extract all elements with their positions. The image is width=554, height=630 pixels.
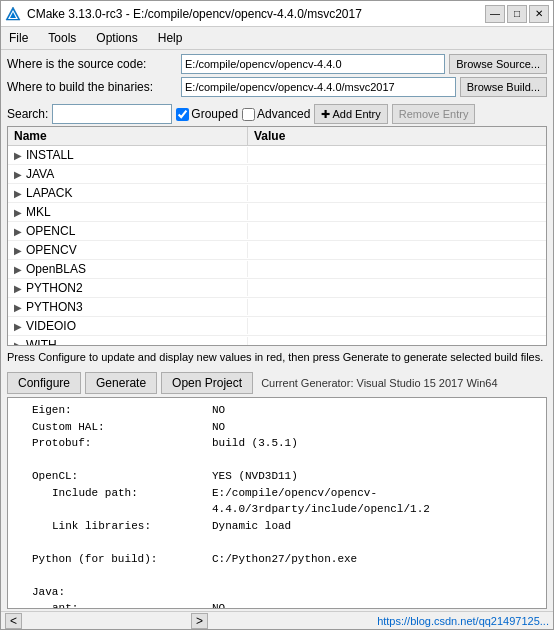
menu-help[interactable]: Help [154,29,187,47]
log-spacer [12,567,212,584]
expand-icon[interactable]: ▶ [14,283,22,294]
scroll-left-button[interactable]: < [5,613,22,629]
log-spacer [12,452,212,469]
configure-button[interactable]: Configure [7,372,81,394]
row-name: ▶ MKL [8,204,248,220]
minimize-button[interactable]: — [485,5,505,23]
grouped-label: Grouped [191,107,238,121]
expand-icon[interactable]: ▶ [14,207,22,218]
advanced-checkbox-label[interactable]: Advanced [242,107,310,121]
grouped-checkbox-label[interactable]: Grouped [176,107,238,121]
table-row[interactable]: ▶ PYTHON3 [8,298,546,317]
log-line: Java: [12,584,212,601]
menu-file[interactable]: File [5,29,32,47]
status-text: Press Configure to update and display ne… [7,351,543,363]
table-row[interactable]: ▶ OPENCV [8,241,546,260]
row-name: ▶ OpenBLAS [8,261,248,277]
browse-source-button[interactable]: Browse Source... [449,54,547,74]
blog-link[interactable]: https://blog.csdn.net/qq21497125... [377,615,549,627]
table-row[interactable]: ▶ MKL [8,203,546,222]
maximize-button[interactable]: □ [507,5,527,23]
cmake-table: Name Value ▶ INSTALL ▶ JAVA ▶ LAPACK [7,126,547,346]
expand-icon[interactable]: ▶ [14,264,22,275]
scroll-right-button[interactable]: > [191,613,208,629]
open-project-button[interactable]: Open Project [161,372,253,394]
row-name: ▶ OPENCV [8,242,248,258]
log-line: Custom HAL: [12,419,212,436]
menubar: File Tools Options Help [1,27,553,50]
form-area: Where is the source code: Browse Source.… [1,50,553,101]
log-line: Include path: [12,485,212,518]
cmake-icon [5,6,21,22]
generate-button[interactable]: Generate [85,372,157,394]
log-line: build (3.5.1) [212,435,542,452]
row-name: ▶ PYTHON3 [8,299,248,315]
row-value [248,192,546,194]
source-input[interactable] [181,54,445,74]
log-line: ant: [12,600,212,609]
grouped-checkbox[interactable] [176,108,189,121]
menu-options[interactable]: Options [92,29,141,47]
log-line: NO [212,402,542,419]
generator-label: Current Generator: Visual Studio 15 2017… [261,377,497,389]
value-column-header: Value [248,127,546,145]
table-row[interactable]: ▶ PYTHON2 [8,279,546,298]
table-row[interactable]: ▶ JAVA [8,165,546,184]
plus-icon: ✚ [321,108,330,121]
remove-entry-button[interactable]: Remove Entry [392,104,476,124]
log-line: YES (NVD3D11) [212,468,542,485]
log-line: NO [212,600,542,609]
row-value [248,173,546,175]
table-row[interactable]: ▶ OpenBLAS [8,260,546,279]
row-name: ▶ OPENCL [8,223,248,239]
close-button[interactable]: ✕ [529,5,549,23]
window-controls: — □ ✕ [485,5,549,23]
row-value [248,287,546,289]
table-row[interactable]: ▶ INSTALL [8,146,546,165]
log-line: E:/compile/opencv/opencv-4.4.0/3rdparty/… [212,485,542,518]
expand-icon[interactable]: ▶ [14,150,22,161]
row-name: ▶ JAVA [8,166,248,182]
row-name: ▶ INSTALL [8,147,248,163]
row-value [248,211,546,213]
advanced-label: Advanced [257,107,310,121]
table-row[interactable]: ▶ VIDEOIO [8,317,546,336]
expand-icon[interactable]: ▶ [14,169,22,180]
add-entry-label: Add Entry [332,108,380,120]
row-value [248,306,546,308]
table-header: Name Value [8,127,546,146]
advanced-checkbox[interactable] [242,108,255,121]
browse-build-button[interactable]: Browse Build... [460,77,547,97]
row-value [248,268,546,270]
log-area: Eigen: NO Custom HAL: NO Protobuf: build… [7,397,547,609]
search-row: Search: Grouped Advanced ✚ Add Entry Rem… [1,101,553,126]
table-row[interactable]: ▶ WITH [8,336,546,346]
expand-icon[interactable]: ▶ [14,321,22,332]
titlebar: CMake 3.13.0-rc3 - E:/compile/opencv/ope… [1,1,553,27]
table-row[interactable]: ▶ OPENCL [8,222,546,241]
source-label: Where is the source code: [7,57,177,71]
log-line [212,584,542,601]
main-window: CMake 3.13.0-rc3 - E:/compile/opencv/ope… [0,0,554,630]
expand-icon[interactable]: ▶ [14,188,22,199]
log-line: Dynamic load [212,518,542,535]
expand-icon[interactable]: ▶ [14,245,22,256]
row-value [248,154,546,156]
row-name: ▶ WITH [8,337,248,346]
bottom-bar: < > https://blog.csdn.net/qq21497125... [1,611,553,629]
expand-icon[interactable]: ▶ [14,302,22,313]
log-line: Protobuf: [12,435,212,452]
table-row[interactable]: ▶ LAPACK [8,184,546,203]
search-input[interactable] [52,104,172,124]
name-column-header: Name [8,127,248,145]
expand-icon[interactable]: ▶ [14,226,22,237]
binaries-input[interactable] [181,77,456,97]
add-entry-button[interactable]: ✚ Add Entry [314,104,387,124]
source-row: Where is the source code: Browse Source.… [7,54,547,74]
menu-tools[interactable]: Tools [44,29,80,47]
row-value [248,230,546,232]
row-name: ▶ PYTHON2 [8,280,248,296]
binaries-row: Where to build the binaries: Browse Buil… [7,77,547,97]
log-line: OpenCL: [12,468,212,485]
log-line: C:/Python27/python.exe [212,551,542,568]
